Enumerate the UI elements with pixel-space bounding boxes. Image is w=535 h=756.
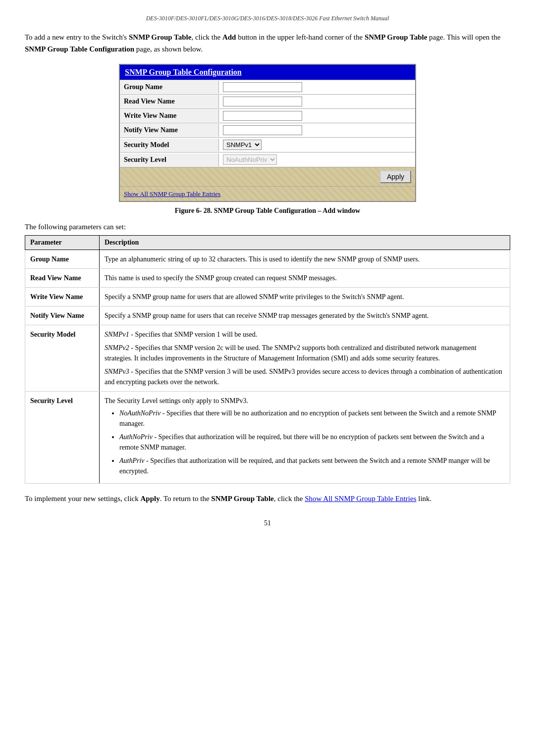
param-write-view-name: Write View Name (25, 288, 100, 306)
bottom-show-all-link[interactable]: Show All SNMP Group Table Entries (305, 495, 416, 503)
figure-caption: Figure 6- 28. SNMP Group Table Configura… (25, 207, 510, 215)
config-row-security-level: Security Level NoAuthNoPriv AuthNoPriv A… (120, 152, 415, 167)
config-box-wrapper: SNMP Group Table Configuration Group Nam… (25, 64, 510, 202)
apply-button[interactable]: Apply (380, 170, 411, 183)
config-label-security-model: Security Model (120, 139, 219, 151)
bottom-text: To implement your new settings, click Ap… (25, 493, 510, 504)
config-value-security-level: NoAuthNoPriv AuthNoPriv AuthPriv (219, 152, 415, 167)
col-header-description: Description (100, 236, 510, 250)
desc-notify-view-name: Specify a SNMP group name for users that… (100, 306, 510, 325)
config-label-read-view: Read View Name (120, 95, 219, 108)
param-security-model: Security Model (25, 325, 100, 392)
config-value-read-view (219, 95, 415, 108)
table-row: Security Level The Security Level settin… (25, 392, 510, 484)
security-level-select[interactable]: NoAuthNoPriv AuthNoPriv AuthPriv (223, 154, 277, 165)
params-intro-text: The following parameters can set: (25, 223, 126, 231)
header-title: DES-3010F/DES-3010FL/DES-3010G/DES-3016/… (146, 15, 389, 22)
intro-paragraph: To add a new entry to the Switch's SNMP … (25, 31, 510, 55)
config-row-notify-view: Notify View Name (120, 123, 415, 137)
config-label-write-view: Write View Name (120, 109, 219, 122)
param-notify-view-name: Notify View Name (25, 306, 100, 325)
config-row-group-name: Group Name (120, 80, 415, 94)
table-row: Read View Name This name is used to spec… (25, 269, 510, 288)
config-row-read-view: Read View Name (120, 94, 415, 108)
col-header-parameter: Parameter (25, 236, 100, 250)
param-security-level: Security Level (25, 392, 100, 484)
table-row: Group Name Type an alphanumeric string o… (25, 250, 510, 269)
figure-caption-text: Figure 6- 28. SNMP Group Table Configura… (175, 207, 360, 214)
params-table: Parameter Description Group Name Type an… (25, 235, 510, 484)
snmp-config-box: SNMP Group Table Configuration Group Nam… (119, 64, 416, 202)
table-row: Security Model SNMPv1 - Specifies that S… (25, 325, 510, 392)
table-row: Write View Name Specify a SNMP group nam… (25, 288, 510, 306)
page-number: 51 (25, 519, 510, 527)
config-title-text: SNMP Group Table Configuration (125, 68, 242, 76)
config-row-write-view: Write View Name (120, 108, 415, 123)
config-label-security-level: Security Level (120, 153, 219, 166)
param-read-view-name: Read View Name (25, 269, 100, 288)
config-value-security-model: SNMPv1 SNMPv2 SNMPv3 (219, 138, 415, 152)
param-group-name: Group Name (25, 250, 100, 269)
write-view-input[interactable] (223, 111, 302, 121)
show-all-link[interactable]: Show All SNMP Group Table Entries (124, 190, 220, 198)
notify-view-input[interactable] (223, 125, 302, 135)
security-model-select[interactable]: SNMPv1 SNMPv2 SNMPv3 (223, 140, 262, 150)
desc-group-name: Type an alphanumeric string of up to 32 … (100, 250, 510, 269)
read-view-input[interactable] (223, 97, 302, 106)
config-value-group-name (219, 80, 415, 94)
desc-read-view-name: This name is used to specify the SNMP gr… (100, 269, 510, 288)
config-footer-bg (120, 167, 415, 186)
config-value-notify-view (219, 123, 415, 137)
page-number-text: 51 (264, 519, 271, 527)
desc-security-level: The Security Level settings only apply t… (100, 392, 510, 484)
config-label-notify-view: Notify View Name (120, 124, 219, 137)
params-intro: The following parameters can set: (25, 223, 510, 231)
config-value-write-view (219, 109, 415, 123)
group-name-input[interactable] (223, 82, 302, 92)
desc-security-model: SNMPv1 - Specifies that SNMP version 1 w… (100, 325, 510, 392)
table-row: Notify View Name Specify a SNMP group na… (25, 306, 510, 325)
config-footer: Apply (120, 167, 415, 186)
config-label-group-name: Group Name (120, 81, 219, 94)
page-header: DES-3010F/DES-3010FL/DES-3010G/DES-3016/… (25, 15, 510, 22)
desc-write-view-name: Specify a SNMP group name for users that… (100, 288, 510, 306)
show-link-row: Show All SNMP Group Table Entries (120, 186, 415, 201)
config-box-title: SNMP Group Table Configuration (120, 65, 415, 80)
config-row-security-model: Security Model SNMPv1 SNMPv2 SNMPv3 (120, 137, 415, 152)
